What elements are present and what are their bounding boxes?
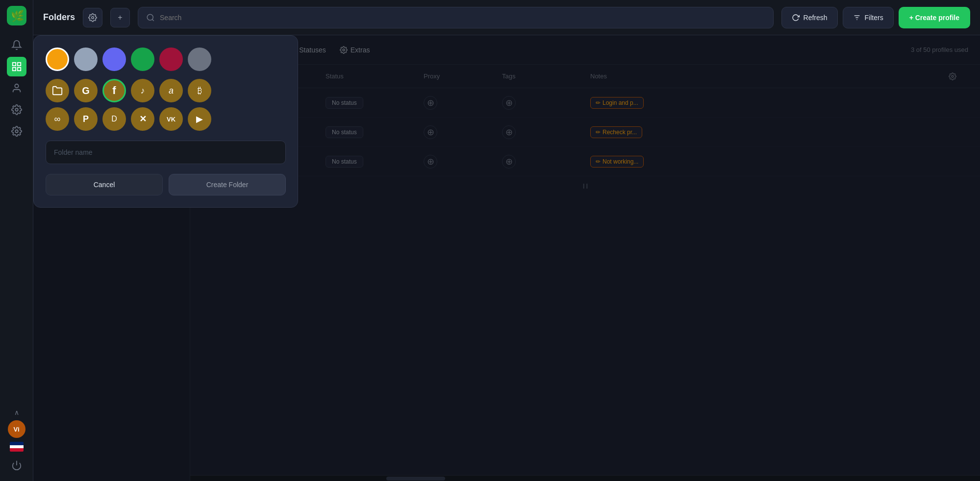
folder-settings-button[interactable]	[83, 8, 102, 27]
note-text: Recheck pr...	[603, 129, 637, 136]
icon-option-tiktok[interactable]: ♪	[131, 79, 154, 102]
note-edit-icon: ✏	[596, 158, 601, 165]
refresh-icon	[792, 14, 800, 22]
icon-option-facebook[interactable]: f	[102, 79, 126, 102]
drag-handle	[190, 176, 980, 196]
sidebar-item-power[interactable]	[7, 456, 26, 475]
status-cell: No status	[326, 97, 424, 109]
icon-option-meta[interactable]: ∞	[46, 107, 69, 131]
sidebar-item-settings[interactable]	[7, 121, 26, 141]
color-option-gray[interactable]	[188, 48, 211, 71]
table-row: rt ⋮ Carl Parker No status ⊕ ⊕	[190, 88, 980, 118]
svg-line-12	[152, 19, 154, 21]
topbar-actions: Refresh Filters + Create profile	[781, 7, 970, 28]
refresh-button[interactable]: Refresh	[781, 7, 838, 28]
horizontal-scrollbar[interactable]	[190, 475, 980, 481]
icon-picker-grid: G f ♪ a ₿ ∞ P D ✕ VK ▶	[46, 79, 286, 131]
app-logo[interactable]: 🌿	[7, 6, 26, 25]
folder-name-input[interactable]	[46, 141, 286, 164]
table-row: rt ⋮ Victor Nelson No status ⊕ ⊕	[190, 118, 980, 147]
icon-option-discord[interactable]: D	[102, 107, 126, 131]
note-text: Login and p...	[603, 99, 638, 106]
add-tag-button[interactable]: ⊕	[502, 96, 516, 110]
add-proxy-button[interactable]: ⊕	[424, 96, 437, 110]
icon-option-twitter-x[interactable]: ✕	[131, 107, 154, 131]
notes-cell: ✏ Not working...	[590, 156, 949, 168]
svg-text:🌿: 🌿	[11, 9, 25, 23]
svg-point-6	[15, 84, 18, 88]
status-badge: No status	[326, 97, 363, 109]
sidebar-item-bell[interactable]	[7, 35, 26, 55]
svg-rect-2	[12, 63, 15, 66]
sidebar-item-gear[interactable]	[7, 100, 26, 120]
profiles-count: 3 of 50 profiles used	[911, 46, 968, 53]
add-proxy-button[interactable]: ⊕	[424, 125, 437, 139]
th-notes: Notes	[590, 72, 949, 80]
refresh-label: Refresh	[804, 14, 828, 22]
proxy-cell: ⊕	[424, 96, 502, 110]
icon-option-folder[interactable]	[46, 79, 69, 102]
page-title: Folders	[43, 12, 75, 23]
svg-rect-5	[17, 68, 20, 71]
filters-icon	[853, 14, 861, 22]
icon-option-paypal[interactable]: P	[74, 107, 98, 131]
note-edit-icon: ✏	[596, 99, 601, 106]
svg-point-19	[343, 49, 345, 51]
scroll-thumb	[386, 477, 445, 481]
color-option-green[interactable]	[131, 48, 154, 71]
svg-point-7	[15, 108, 18, 111]
tags-cell: ⊕	[502, 96, 590, 110]
table-header: Status Proxy Tags Notes	[190, 65, 980, 88]
note-button[interactable]: ✏ Not working...	[590, 156, 644, 168]
status-cell: No status	[326, 126, 424, 138]
sidebar-item-grid[interactable]	[7, 57, 26, 76]
modal-buttons: Cancel Create Folder	[46, 174, 286, 195]
add-folder-button[interactable]: +	[110, 8, 130, 27]
tags-cell: ⊕	[502, 125, 590, 139]
svg-rect-3	[17, 63, 20, 66]
cancel-button[interactable]: Cancel	[46, 174, 163, 195]
extras-icon	[340, 46, 348, 54]
icon-option-vk[interactable]: VK	[159, 107, 183, 131]
status-badge: No status	[326, 126, 363, 138]
create-profile-button[interactable]: + Create profile	[899, 7, 970, 28]
add-tag-button[interactable]: ⊕	[502, 155, 516, 168]
sidebar: 🌿 ∧ Vi	[0, 0, 33, 481]
create-profile-label: + Create profile	[909, 14, 959, 22]
add-proxy-button[interactable]: ⊕	[424, 155, 437, 168]
filters-label: Filters	[865, 14, 883, 22]
color-option-indigo[interactable]	[102, 48, 126, 71]
sidebar-item-user[interactable]	[7, 78, 26, 98]
tab-extras[interactable]: Extras	[340, 44, 370, 56]
notes-cell: ✏ Recheck pr...	[590, 126, 949, 138]
proxy-cell: ⊕	[424, 155, 502, 168]
status-cell: No status	[326, 156, 424, 168]
th-tags: Tags	[502, 72, 590, 80]
color-picker-row	[46, 48, 286, 71]
icon-option-google[interactable]: G	[74, 79, 98, 102]
color-option-red[interactable]	[159, 48, 183, 71]
filters-button[interactable]: Filters	[843, 7, 894, 28]
search-input[interactable]	[160, 14, 765, 22]
icon-option-youtube[interactable]: ▶	[188, 107, 211, 131]
svg-rect-4	[12, 68, 15, 71]
note-button[interactable]: ✏ Login and p...	[590, 97, 644, 109]
avatar[interactable]: Vi	[8, 420, 25, 438]
color-option-gray-light[interactable]	[74, 48, 98, 71]
sidebar-collapse-chevron[interactable]: ∧	[14, 409, 19, 416]
color-option-yellow[interactable]	[46, 48, 69, 71]
create-folder-modal: G f ♪ a ₿ ∞ P D ✕ VK ▶ Cancel Create Fol…	[33, 35, 298, 208]
th-settings[interactable]	[949, 72, 972, 80]
icon-option-bitcoin[interactable]: ₿	[188, 79, 211, 102]
svg-point-8	[15, 130, 18, 133]
tab-statuses-label: Statuses	[299, 46, 326, 54]
notes-cell: ✏ Login and p...	[590, 97, 949, 109]
icon-option-amazon[interactable]: a	[159, 79, 183, 102]
svg-point-20	[952, 75, 954, 77]
create-folder-button[interactable]: Create Folder	[169, 174, 286, 195]
table-container: Status Proxy Tags Notes rt ⋮	[190, 65, 980, 475]
language-flag[interactable]	[10, 442, 24, 452]
add-tag-button[interactable]: ⊕	[502, 125, 516, 139]
note-button[interactable]: ✏ Recheck pr...	[590, 126, 642, 138]
search-icon	[146, 13, 155, 22]
